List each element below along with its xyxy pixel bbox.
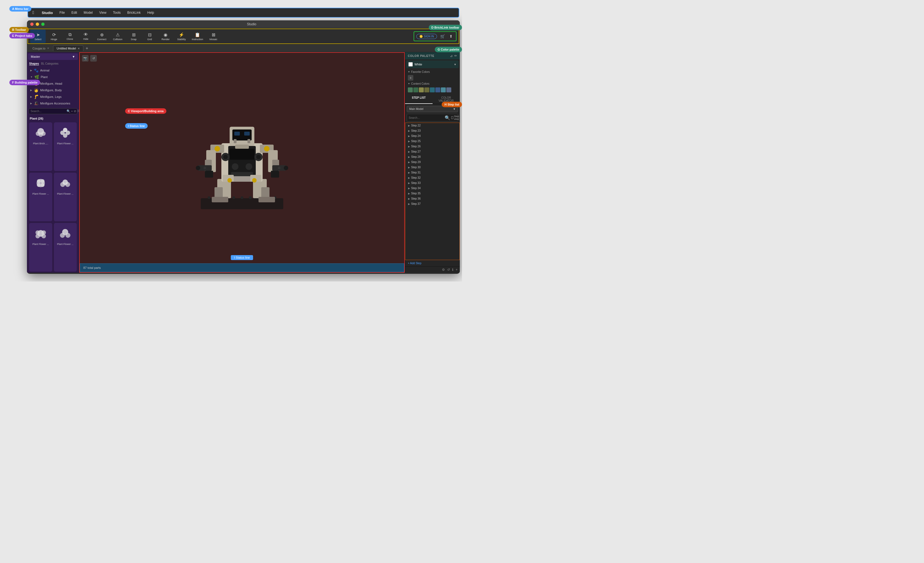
color-dot-3[interactable] [424, 87, 429, 92]
cart-icon[interactable]: 🛒 [439, 33, 446, 40]
shape-minifig-legs[interactable]: ▶ 🦵 Minifigure, Legs [27, 93, 79, 100]
shape-plant[interactable]: ▼ 🌿 Plant [27, 74, 79, 80]
step-item-27[interactable]: ▶ Step 27 [405, 149, 459, 154]
step-item-33[interactable]: ▶ Step 33 [405, 180, 459, 186]
shape-minifig-body[interactable]: ▶ 🧑 Minifigure, Body [27, 87, 79, 93]
shape-minifig-accessories[interactable]: ▶ 🎩 Minifigure Accessories [27, 100, 79, 107]
step-32-label: Step 32 [411, 176, 420, 179]
step-item-31[interactable]: ▶ Step 31 [405, 170, 459, 175]
master-dropdown[interactable]: Master ▼ [28, 53, 78, 60]
step-36-arrow: ▶ [408, 198, 410, 200]
palette-item-1[interactable]: Plant Flower ... [54, 122, 77, 171]
tab-cougar-close[interactable]: ✕ [47, 47, 49, 50]
color-selector[interactable]: White ▼ [406, 60, 459, 68]
content-colors-header[interactable]: ▼ Content Colors [405, 81, 460, 86]
studio-label[interactable]: Studio [42, 11, 53, 15]
menu-view[interactable]: View [99, 11, 106, 15]
toolbar-snap[interactable]: ⊞ Snap [126, 29, 141, 43]
add-tab-button[interactable]: + [84, 46, 90, 51]
step-item-29[interactable]: ▶ Step 29 [405, 159, 459, 165]
add-step-button[interactable]: + Add Step [405, 260, 460, 267]
filter-icon[interactable]: ⊘ [74, 109, 76, 113]
color-dot-2[interactable] [419, 87, 424, 92]
svg-point-50 [252, 178, 256, 183]
step-item-32[interactable]: ▶ Step 32 [405, 175, 459, 180]
step-item-36[interactable]: ▶ Step 36 [405, 196, 459, 201]
toolbar-instruction[interactable]: 📋 Instruction [190, 29, 205, 43]
palette-item-0[interactable]: Plant Brick ,... [29, 122, 52, 171]
toolbar-hinge[interactable]: ⟳ Hinge [46, 29, 62, 43]
tab-untitled[interactable]: Untitled Model ✕ [53, 45, 83, 51]
palette-item-3[interactable]: Plant Flower ... [54, 173, 77, 221]
menu-file[interactable]: File [59, 11, 64, 15]
step-item-25[interactable]: ▶ Step 25 [405, 139, 459, 144]
color-dot-4[interactable] [430, 87, 435, 92]
step-33-arrow: ▶ [408, 182, 410, 184]
step-item-35[interactable]: ▶ Step 35 [405, 191, 459, 196]
apple-icon[interactable]:  [33, 10, 34, 15]
settings-icon[interactable]: ⚙ [442, 268, 445, 272]
menu-bricklink[interactable]: BrickLink [128, 11, 141, 15]
step-view-label: Step view [451, 115, 460, 120]
filter-color-icon[interactable]: ⊿ [450, 54, 453, 58]
palette-item-5[interactable]: Plant Flower ... [54, 223, 77, 272]
step-item-30[interactable]: ▶ Step 30 [405, 165, 459, 170]
palette-item-4[interactable]: Plant Flower ... [29, 223, 52, 272]
step-37-arrow: ▶ [408, 203, 410, 205]
toolbar-connect[interactable]: ⊕ Connect [94, 29, 110, 43]
toolbar-hide[interactable]: 👁 Hide [78, 29, 93, 43]
cp-icons: ⊿ ✏ [450, 54, 457, 58]
toolbar-stability[interactable]: ⚡ Stability [174, 29, 189, 43]
expand-icon[interactable]: + [456, 268, 458, 272]
search-input[interactable] [30, 110, 66, 113]
toolbar-collision[interactable]: ⚠ Collision [110, 29, 125, 43]
favorite-colors-header[interactable]: ▼ Favorite Colors [405, 69, 460, 75]
toolbar-clone[interactable]: ⧉ Clone [62, 29, 78, 43]
bl-categories-tab[interactable]: BL Categories [41, 62, 58, 66]
step-search-input[interactable] [409, 116, 444, 119]
step-view-checkbox[interactable] [451, 116, 453, 119]
color-dot-0[interactable] [408, 87, 413, 92]
step-item-28[interactable]: ▶ Step 28 [405, 154, 459, 159]
menu-edit[interactable]: Edit [72, 11, 77, 15]
step-search-icon[interactable]: 🔍 [445, 115, 450, 120]
toolbar-mosaic[interactable]: ⊠ Mosaic [206, 29, 221, 43]
edit-color-icon[interactable]: ✏ [454, 54, 457, 58]
color-dot-7[interactable] [446, 87, 451, 92]
minimize-button[interactable] [36, 22, 39, 26]
step-item-24[interactable]: ▶ Step 24 [405, 133, 459, 139]
select-label: Select [34, 38, 41, 41]
upload-icon[interactable]: ⬆ [448, 33, 454, 40]
close-button[interactable] [30, 22, 33, 26]
shape-animal[interactable]: ▶ 🐾 Animal [27, 67, 79, 74]
toolbar-grid[interactable]: ⊟ Grid [142, 29, 157, 43]
maximize-button[interactable] [41, 22, 45, 26]
color-dot-6[interactable] [441, 87, 446, 92]
step-item-34[interactable]: ▶ Step 34 [405, 186, 459, 191]
tab-untitled-close[interactable]: ✕ [78, 47, 80, 50]
list-view-icon[interactable]: ▪ [72, 109, 73, 113]
palette-item-2[interactable]: Plant Flower ... [29, 173, 52, 221]
menu-help[interactable]: Help [147, 11, 154, 15]
menu-tools[interactable]: Tools [113, 11, 121, 15]
add-color-button[interactable]: + [408, 75, 413, 81]
step-item-22[interactable]: ▶ Step 22 [405, 123, 459, 128]
tab-cougar[interactable]: Cougar.io ✕ [29, 46, 52, 51]
toolbar-render[interactable]: ◉ Render [158, 29, 173, 43]
color-dot-1[interactable] [413, 87, 418, 92]
menu-model[interactable]: Model [84, 11, 93, 15]
step-item-23[interactable]: ▶ Step 23 [405, 128, 459, 133]
color-dropdown-arrow: ▼ [454, 63, 456, 66]
step-29-label: Step 29 [411, 160, 420, 163]
svg-point-44 [246, 163, 252, 170]
step-item-26[interactable]: ▶ Step 26 [405, 144, 459, 149]
step-item-37[interactable]: ▶ Step 37 [405, 201, 459, 207]
shapes-tab[interactable]: Shapes [29, 62, 39, 66]
tab-step-list[interactable]: STEP LIST [405, 94, 433, 104]
color-dot-5[interactable] [435, 87, 440, 92]
sign-in-button[interactable]: 🪙 SIGN IN [416, 34, 437, 39]
info-icon[interactable]: ℹ [452, 268, 453, 272]
svg-point-57 [204, 166, 206, 169]
undo-icon[interactable]: ↺ [447, 268, 450, 272]
search-icon[interactable]: 🔍 [66, 109, 70, 113]
